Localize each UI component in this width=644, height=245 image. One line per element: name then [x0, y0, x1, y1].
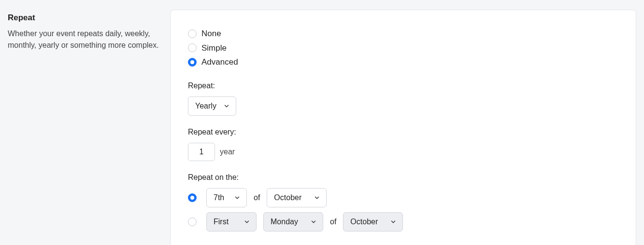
of-text: of — [330, 216, 336, 228]
select-value: First — [214, 216, 229, 228]
radio-icon — [188, 218, 197, 226]
chevron-down-icon — [223, 103, 230, 109]
chevron-down-icon — [234, 194, 241, 201]
radio-label: Advanced — [201, 56, 238, 68]
repeat-on-ordinal-select[interactable]: First — [206, 212, 257, 231]
radio-label: Simple — [201, 42, 227, 54]
radio-label: None — [201, 27, 221, 40]
radio-icon — [188, 29, 197, 38]
select-value: Yearly — [195, 100, 216, 112]
repeat-on-option-date[interactable]: 7th of October — [188, 188, 618, 207]
repeat-mode-simple[interactable]: Simple — [188, 42, 618, 54]
section-description: Whether your event repeats daily, weekly… — [8, 28, 162, 51]
radio-icon — [188, 193, 197, 202]
repeat-mode-group: None Simple Advanced — [188, 27, 618, 68]
select-value: 7th — [214, 192, 224, 204]
section-title: Repeat — [8, 12, 162, 24]
select-value: October — [274, 192, 301, 204]
repeat-on-weekday-select[interactable]: Monday — [263, 212, 323, 231]
of-text: of — [254, 192, 260, 204]
select-value: October — [350, 216, 378, 228]
repeat-every-block: Repeat every: year — [188, 126, 618, 161]
repeat-frequency-select[interactable]: Yearly — [188, 96, 236, 116]
chevron-down-icon — [243, 218, 250, 225]
repeat-frequency-label: Repeat: — [188, 80, 618, 92]
repeat-on-label: Repeat on the: — [188, 172, 618, 183]
chevron-down-icon — [314, 194, 320, 201]
repeat-frequency-block: Repeat: Yearly — [188, 80, 618, 116]
radio-icon — [188, 43, 197, 52]
repeat-on-option-weekday[interactable]: First Monday of October — [188, 212, 618, 231]
repeat-on-day-select[interactable]: 7th — [206, 188, 247, 207]
repeat-mode-none[interactable]: None — [188, 27, 618, 40]
chevron-down-icon — [310, 218, 317, 225]
radio-icon — [188, 58, 197, 67]
repeat-mode-advanced[interactable]: Advanced — [188, 56, 618, 68]
repeat-every-unit: year — [220, 146, 235, 158]
repeat-every-label: Repeat every: — [188, 126, 618, 138]
select-value: Monday — [271, 216, 298, 228]
settings-sidebar: Repeat Whether your event repeats daily,… — [8, 10, 162, 245]
repeat-on-month-select[interactable]: October — [267, 188, 327, 207]
repeat-on-month-select-alt[interactable]: October — [343, 212, 403, 231]
repeat-panel: None Simple Advanced Repeat: Yearly Repe… — [170, 10, 636, 245]
repeat-every-input[interactable] — [188, 143, 215, 161]
repeat-on-block: Repeat on the: 7th of October First — [188, 172, 618, 231]
chevron-down-icon — [390, 218, 397, 225]
